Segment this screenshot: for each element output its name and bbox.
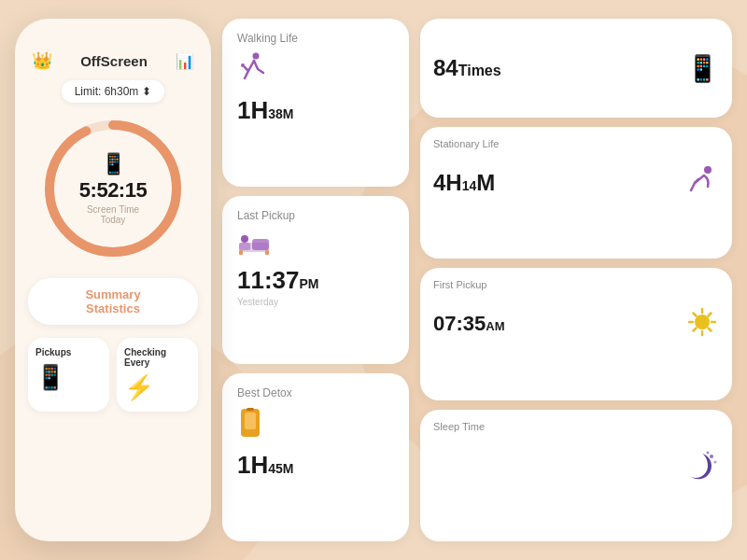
- bottom-cards: Pickups 📱 Checking Every ⚡: [28, 338, 198, 412]
- sun-icon: [685, 305, 719, 343]
- walking-life-title: Walking Life: [237, 32, 394, 45]
- limit-arrow: ⬍: [142, 85, 151, 98]
- svg-point-26: [714, 460, 717, 463]
- phone-mockup: 👑 OffScreen 📊 Limit: 6h30m ⬍ 📱 5:52:15 S…: [15, 19, 211, 541]
- stationary-title: Stationary Life: [433, 138, 499, 149]
- best-detox-card: Best Detox 1H45M: [222, 373, 409, 541]
- stationary-card: Stationary Life 4H14M: [420, 127, 732, 259]
- svg-point-16: [695, 315, 710, 329]
- last-pickup-value: 11:37PM: [237, 266, 394, 295]
- svg-rect-11: [265, 250, 269, 255]
- svg-line-24: [694, 329, 697, 331]
- screen-time-value: 5:52:15: [79, 178, 147, 202]
- svg-rect-13: [245, 413, 256, 429]
- last-pickup-card: Last Pickup 11:37PM Yesterday: [222, 196, 409, 364]
- pickups-icon: 📱: [35, 363, 102, 392]
- stationary-icon: [685, 164, 719, 202]
- times-card: 84Times 📱: [420, 19, 732, 118]
- detox-icon: [237, 407, 394, 447]
- svg-rect-8: [252, 239, 269, 250]
- svg-rect-14: [247, 408, 254, 411]
- svg-point-15: [704, 166, 712, 174]
- svg-point-9: [241, 235, 248, 243]
- svg-point-27: [707, 451, 710, 454]
- moon-icon: [682, 447, 719, 488]
- svg-point-25: [710, 455, 713, 458]
- first-pickup-title: First Pickup: [433, 279, 486, 290]
- phone-header: 👑 OffScreen 📊: [28, 50, 198, 71]
- walking-icon: [237, 52, 394, 92]
- right-column: 84Times 📱 Stationary Life 4H14M: [420, 19, 732, 541]
- svg-rect-10: [239, 250, 243, 255]
- summary-statistics-button[interactable]: Summary Statistics: [28, 278, 198, 325]
- last-pickup-title: Last Pickup: [237, 209, 394, 222]
- chart-icon: 📊: [176, 52, 194, 70]
- progress-circle: 📱 5:52:15 Screen Time Today: [38, 114, 188, 263]
- best-detox-title: Best Detox: [237, 386, 394, 399]
- svg-line-22: [709, 329, 712, 331]
- middle-column: Walking Life 1H38M Last Pickup: [222, 19, 409, 541]
- pickups-card: Pickups 📱: [28, 338, 109, 412]
- stationary-value: 4H14M: [433, 170, 676, 196]
- first-pickup-value: 07:35AM: [433, 312, 676, 336]
- checking-every-label: Checking Every: [124, 347, 190, 368]
- crown-icon: 👑: [32, 50, 52, 71]
- phone-notch: [80, 19, 146, 37]
- limit-label: Limit: 6h30m: [75, 85, 139, 98]
- first-pickup-card: First Pickup 07:35AM: [420, 268, 732, 399]
- checking-every-card: Checking Every ⚡: [117, 338, 198, 412]
- phone-top-icon: 📱: [686, 53, 719, 84]
- svg-point-5: [241, 63, 245, 67]
- sleep-time-title: Sleep Time: [433, 421, 485, 432]
- limit-badge[interactable]: Limit: 6h30m ⬍: [62, 80, 165, 103]
- times-value: 84Times: [433, 55, 501, 81]
- svg-rect-7: [239, 243, 250, 250]
- svg-line-23: [709, 314, 712, 316]
- svg-point-4: [253, 53, 260, 60]
- svg-line-21: [694, 314, 697, 316]
- app-title: OffScreen: [80, 53, 148, 69]
- bed-icon: [237, 230, 394, 262]
- best-detox-value: 1H45M: [237, 451, 394, 480]
- circle-center: 📱 5:52:15 Screen Time Today: [76, 152, 150, 225]
- pickups-label: Pickups: [35, 347, 102, 357]
- checking-icon: ⚡: [124, 373, 190, 402]
- sleep-time-card: Sleep Time: [420, 410, 732, 541]
- walking-life-value: 1H38M: [237, 96, 394, 125]
- walking-life-card: Walking Life 1H38M: [222, 19, 409, 187]
- last-pickup-sub: Yesterday: [237, 297, 394, 307]
- screen-time-label: Screen Time Today: [76, 204, 150, 225]
- phone-center-icon: 📱: [76, 152, 150, 176]
